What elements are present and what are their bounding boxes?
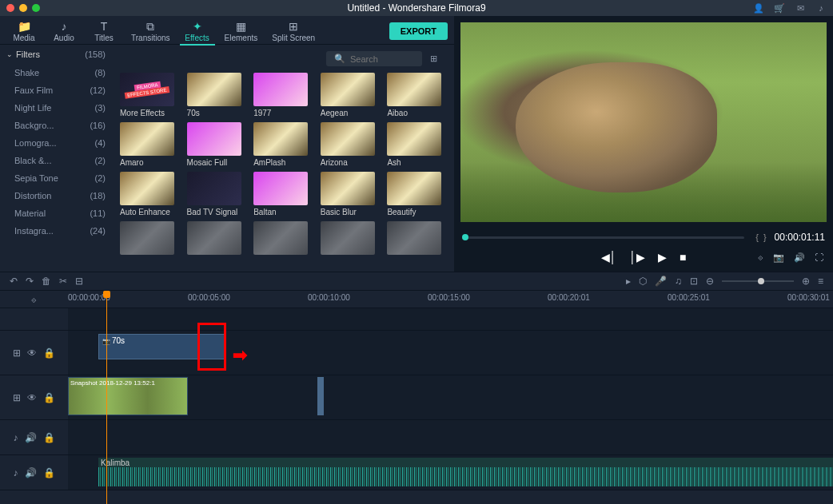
zoom-in-icon[interactable]: ⊕ xyxy=(802,276,810,287)
mute-icon[interactable]: 🔊 xyxy=(25,432,37,443)
crop-icon[interactable]: ⊟ xyxy=(75,276,83,287)
redo-icon[interactable]: ↷ xyxy=(26,276,34,287)
window-title: Untitled - Wondershare Filmora9 xyxy=(347,2,485,14)
grid-view-icon[interactable]: ⊞ xyxy=(430,54,441,65)
preview-viewport[interactable] xyxy=(460,22,827,222)
stop-button[interactable]: ■ xyxy=(680,251,686,264)
snapshot-icon[interactable]: 📷 xyxy=(773,252,784,263)
effect-clip[interactable]: 70s xyxy=(98,334,226,359)
close-window[interactable] xyxy=(6,4,14,12)
prev-frame-button[interactable]: ◀│ xyxy=(601,251,617,264)
visibility-icon[interactable]: 👁 xyxy=(27,392,37,403)
sidebar-filters-header[interactable]: ⌄ Filters (158) xyxy=(0,45,112,64)
tab-audio[interactable]: ♪Audio xyxy=(46,19,82,44)
timecode: 00:00:01:11 xyxy=(775,232,825,243)
marker-icon[interactable]: ⬡ xyxy=(639,276,647,287)
mute-icon[interactable]: 🔊 xyxy=(25,467,37,478)
effects-sidebar: ⌄ Filters (158) Shake(8)Faux Film(12)Nig… xyxy=(0,45,112,272)
fullscreen-icon[interactable]: ⛶ xyxy=(815,252,823,263)
tab-titles[interactable]: TTitles xyxy=(86,19,122,44)
ruler-mark: 00:00:30:01 xyxy=(787,293,830,302)
tab-split-screen[interactable]: ⊞Split Screen xyxy=(267,19,320,44)
sidebar-item-2[interactable]: Night Life(3) xyxy=(0,99,112,117)
render-icon[interactable]: ▸ xyxy=(626,276,631,287)
time-ruler[interactable]: 00:00:00:0000:00:05:0000:00:10:0000:00:1… xyxy=(68,291,833,308)
external-display-icon[interactable]: ⟐ xyxy=(758,252,763,263)
effect-thumb-8[interactable]: Arizona xyxy=(321,122,380,167)
main-tabs: 📁Media ♪Audio TTitles ⧉Transitions ✦Effe… xyxy=(0,16,454,45)
video-clip[interactable]: Snapshot 2018-12-29 13:52:1 xyxy=(68,377,188,415)
tab-media[interactable]: 📁Media xyxy=(6,19,42,44)
next-frame-button[interactable]: │▶ xyxy=(629,251,645,264)
audio-clip[interactable]: Kalimba xyxy=(98,458,833,486)
effects-grid: 🔍 ⊞ FILMORAEFFECTS STOREMore Effects70s1… xyxy=(112,45,454,272)
effect-thumb-17[interactable] xyxy=(253,221,313,257)
effect-thumb-13[interactable]: Basic Blur xyxy=(321,172,380,216)
sidebar-item-0[interactable]: Shake(8) xyxy=(0,64,112,81)
account-icon[interactable]: 👤 xyxy=(753,2,764,14)
maximize-window[interactable] xyxy=(32,4,40,12)
minimize-window[interactable] xyxy=(19,4,27,12)
cut-icon[interactable]: ✂ xyxy=(59,276,67,287)
video-clip-small[interactable] xyxy=(317,377,324,415)
ruler-mark: 00:00:25:01 xyxy=(668,293,710,302)
sidebar-item-1[interactable]: Faux Film(12) xyxy=(0,81,112,99)
sidebar-item-5[interactable]: Black &...(2) xyxy=(0,152,112,169)
playhead[interactable] xyxy=(106,291,107,504)
tab-effects[interactable]: ✦Effects xyxy=(180,19,215,46)
sidebar-item-7[interactable]: Distortion(18) xyxy=(0,187,112,204)
delete-icon[interactable]: 🗑 xyxy=(42,276,51,287)
tab-transitions[interactable]: ⧉Transitions xyxy=(126,19,175,44)
track-type-icon: ⊞ xyxy=(13,392,21,403)
lock-icon[interactable]: 🔒 xyxy=(43,347,55,359)
sidebar-item-8[interactable]: Material(11) xyxy=(0,204,112,222)
effect-thumb-4[interactable]: Aibao xyxy=(387,73,446,117)
mark-out-icon[interactable]: } xyxy=(763,232,767,242)
effect-thumb-0[interactable]: FILMORAEFFECTS STOREMore Effects xyxy=(120,73,179,117)
tab-elements[interactable]: ▦Elements xyxy=(220,19,263,44)
search-input[interactable] xyxy=(350,54,414,64)
lock-icon[interactable]: 🔒 xyxy=(43,392,55,403)
mark-in-icon[interactable]: { xyxy=(755,232,759,242)
effect-thumb-2[interactable]: 1977 xyxy=(253,73,313,117)
lock-icon[interactable]: 🔒 xyxy=(43,467,55,478)
sidebar-item-4[interactable]: Lomogra...(4) xyxy=(0,134,112,152)
effect-thumb-16[interactable] xyxy=(187,221,246,257)
collapse-tracks-icon[interactable]: ⟐ xyxy=(0,291,68,308)
effect-thumb-12[interactable]: Baltan xyxy=(253,172,313,216)
zoom-slider[interactable] xyxy=(722,280,794,282)
sidebar-item-3[interactable]: Backgro...(16) xyxy=(0,117,112,134)
effect-thumb-5[interactable]: Amaro xyxy=(120,122,179,167)
effect-thumb-15[interactable] xyxy=(120,221,179,257)
sidebar-item-9[interactable]: Instagra...(24) xyxy=(0,222,112,240)
effect-thumb-10[interactable]: Auto Enhance xyxy=(120,172,179,216)
effect-thumb-6[interactable]: Mosaic Full xyxy=(187,122,246,167)
effect-thumb-7[interactable]: AmPlash xyxy=(253,122,313,167)
effect-thumb-14[interactable]: Beautify xyxy=(387,172,446,216)
mixer-icon[interactable]: ♫ xyxy=(675,276,682,287)
play-button[interactable]: ▶ xyxy=(658,251,667,264)
volume-icon[interactable]: 🔊 xyxy=(794,252,805,263)
search-box[interactable]: 🔍 xyxy=(326,51,422,66)
message-icon[interactable]: ✉ xyxy=(795,2,806,14)
effect-thumb-18[interactable] xyxy=(321,221,380,257)
lock-icon[interactable]: 🔒 xyxy=(43,432,55,443)
undo-icon[interactable]: ↶ xyxy=(10,276,18,287)
export-button[interactable]: EXPORT xyxy=(389,22,448,40)
cart-icon[interactable]: 🛒 xyxy=(774,2,785,14)
effect-thumb-19[interactable] xyxy=(387,221,446,257)
notification-icon[interactable]: ♪ xyxy=(815,2,827,14)
annotation-arrow: ➡ xyxy=(233,345,247,366)
manage-tracks-icon[interactable]: ≡ xyxy=(818,276,823,287)
scrub-bar[interactable] xyxy=(462,236,744,239)
record-icon[interactable]: 🎤 xyxy=(655,276,667,287)
zoom-fit-icon[interactable]: ⊡ xyxy=(690,276,698,287)
effect-thumb-9[interactable]: Ash xyxy=(387,122,446,167)
zoom-out-icon[interactable]: ⊖ xyxy=(706,276,714,287)
effect-thumb-1[interactable]: 70s xyxy=(187,73,246,117)
sidebar-item-6[interactable]: Sepia Tone(2) xyxy=(0,169,112,187)
effect-thumb-3[interactable]: Aegean xyxy=(321,73,380,117)
ruler-mark: 00:00:10:00 xyxy=(308,293,350,302)
effect-thumb-11[interactable]: Bad TV Signal xyxy=(187,172,246,216)
visibility-icon[interactable]: 👁 xyxy=(27,347,37,359)
